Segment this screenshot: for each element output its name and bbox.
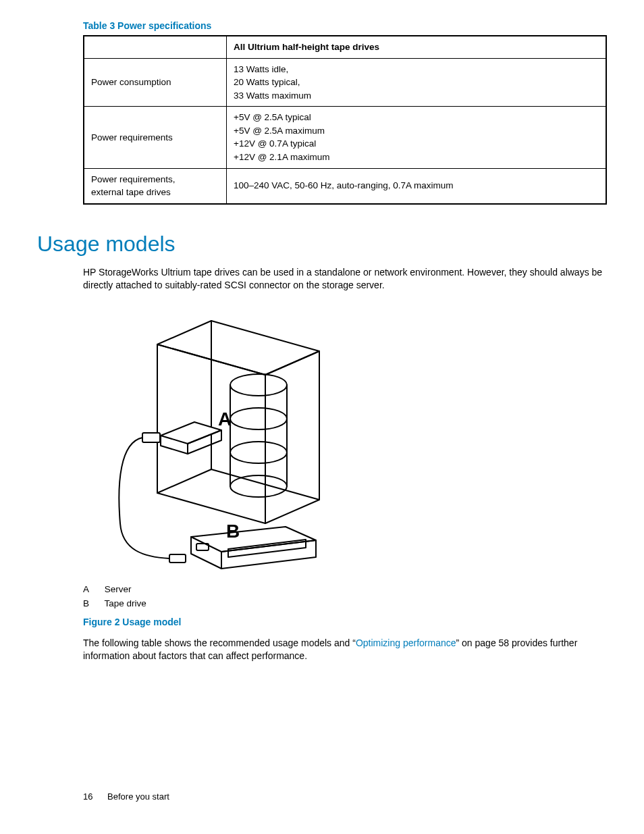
svg-point-3	[230, 475, 287, 497]
table3-row1-value: +5V @ 2.5A typical +5V @ 2.5A maximum +1…	[227, 107, 607, 168]
svg-rect-6	[169, 554, 186, 563]
table3-header-blank	[84, 36, 227, 58]
svg-point-0	[230, 374, 287, 396]
table3-row2-value: 100–240 VAC, 50-60 Hz, auto-ranging, 0.7…	[227, 168, 607, 204]
legend-letter-a: A	[83, 584, 102, 594]
legend-letter-b: B	[83, 598, 102, 608]
link-optimizing-performance[interactable]: Optimizing performance	[356, 637, 456, 648]
table3-row0-value: 13 Watts idle, 20 Watts typical, 33 Watt…	[227, 58, 607, 107]
svg-point-2	[230, 442, 287, 463]
legend-text-b: Tape drive	[105, 598, 146, 608]
table3-row2-label: Power requirements, external tape drives	[84, 168, 227, 204]
page-footer: 16 Before you start	[83, 791, 169, 802]
page-number: 16	[83, 791, 92, 802]
table3-header-col: All Ultrium half-height tape drives	[227, 36, 607, 58]
figure2-label-a: A	[218, 409, 232, 430]
server-tape-drive-illustration	[83, 307, 326, 577]
para-following-table: The following table shows the recommende…	[83, 637, 607, 663]
figure2-label-b: B	[226, 521, 240, 542]
para2-pre: The following table shows the recommende…	[83, 637, 356, 648]
table3-caption: Table 3 Power specifications	[83, 20, 607, 31]
table-row: Power requirements, external tape drives…	[84, 168, 606, 204]
table3-power-specs: All Ultrium half-height tape drives Powe…	[83, 35, 607, 205]
footer-section-title: Before you start	[107, 791, 169, 802]
legend-row: B Tape drive	[83, 598, 607, 608]
svg-rect-4	[142, 433, 160, 442]
intro-paragraph: HP StorageWorks Ultrium tape drives can …	[83, 266, 607, 292]
section-heading-usage-models: Usage models	[37, 232, 607, 257]
table3-row1-label: Power requirements	[84, 107, 227, 168]
table-row: Power consumption 13 Watts idle, 20 Watt…	[84, 58, 606, 107]
figure2-legend: A Server B Tape drive	[83, 584, 607, 608]
legend-text-a: Server	[105, 584, 132, 594]
figure2-diagram: A B	[83, 307, 326, 577]
legend-row: A Server	[83, 584, 607, 594]
svg-point-1	[230, 408, 287, 429]
figure2-caption: Figure 2 Usage model	[83, 617, 607, 627]
table3-row0-label: Power consumption	[84, 58, 227, 107]
table-row: Power requirements +5V @ 2.5A typical +5…	[84, 107, 606, 168]
